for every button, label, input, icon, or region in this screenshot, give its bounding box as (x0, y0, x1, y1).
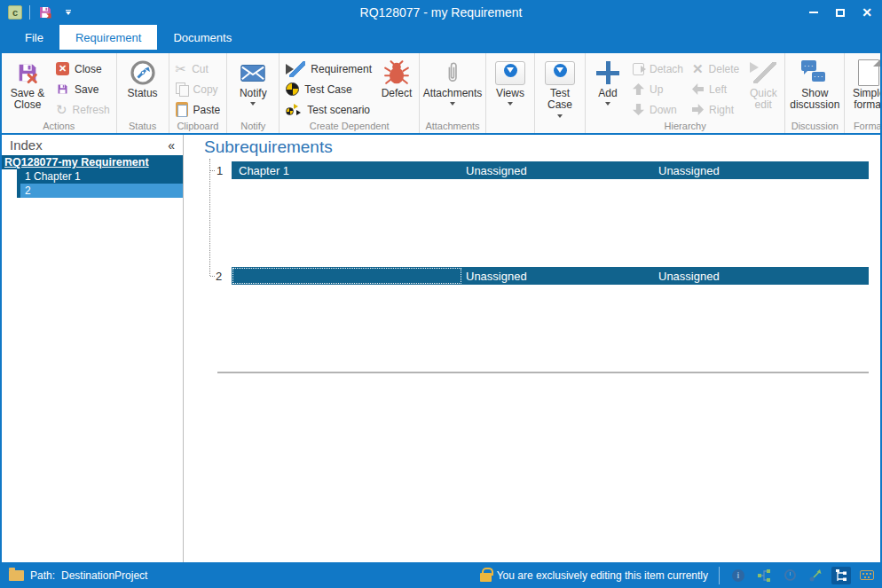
down-button: Down (628, 99, 688, 120)
sidebar-collapse-icon[interactable]: « (168, 138, 175, 153)
left-button: Left (688, 79, 744, 99)
test-scenario-icon (286, 104, 302, 116)
tree-item-2[interactable]: 2 (17, 184, 183, 198)
row-2-assignee-cell[interactable]: Unassigned (462, 267, 655, 285)
right-arrow-icon (692, 104, 704, 115)
group-caption-create-dependent: Create Dependent (281, 120, 417, 133)
title-bar: c RQ128077 - my Requirement ✕ (2, 0, 880, 25)
minimize-button[interactable] (800, 2, 827, 23)
group-caption-clipboard: Clipboard (171, 120, 225, 133)
cut-button: ✂ Cut (171, 59, 225, 79)
up-button: Up (628, 79, 688, 99)
subrequirement-row-2[interactable]: Unassigned Unassigned (232, 267, 869, 285)
tab-file[interactable]: File (9, 25, 59, 50)
notify-dropdown-icon (250, 102, 256, 106)
group-caption-views (488, 130, 532, 133)
ribbon-group-actions: Save & Close ✕ Close Save (2, 53, 117, 133)
ribbon-group-create-dependent: Requirement Test Case Test scenario (280, 53, 420, 133)
history-icon[interactable] (780, 567, 799, 584)
subrequirement-row-1[interactable]: Chapter 1 Unassigned Unassigned (232, 161, 869, 179)
maximize-button[interactable] (827, 2, 854, 23)
save-button[interactable]: Save (51, 79, 114, 99)
row-1-number: 1 (217, 164, 223, 177)
minimize-icon (809, 12, 818, 13)
hierarchy-view-icon[interactable] (831, 567, 851, 584)
row-2-title-cell[interactable] (232, 267, 462, 285)
cut-icon: ✂ (176, 62, 187, 75)
list-end-divider (217, 372, 869, 373)
close-icon: ✕ (862, 6, 872, 19)
left-arrow-icon (692, 83, 704, 95)
info-icon[interactable]: i (728, 567, 748, 584)
status-compass-icon (130, 58, 156, 88)
create-defect-button[interactable]: Defect (376, 55, 417, 99)
relations-icon[interactable] (806, 567, 825, 584)
row-1-title-cell[interactable]: Chapter 1 (232, 161, 462, 179)
row-1-assignee-cell[interactable]: Unassigned (462, 161, 655, 179)
app-icon[interactable]: c (8, 5, 22, 20)
create-test-scenario-button[interactable]: Test scenario (281, 99, 376, 120)
group-caption-discussion: Discussion (787, 120, 842, 133)
paperclip-icon (445, 58, 461, 88)
attachments-dropdown-icon (450, 102, 455, 106)
copy-button: Copy (171, 79, 225, 99)
test-case-icon (286, 82, 299, 96)
close-button[interactable]: ✕ Close (51, 59, 114, 79)
close-window-button[interactable]: ✕ (854, 2, 880, 23)
detach-button: Detach (628, 59, 688, 79)
detach-icon (633, 63, 644, 75)
ribbon-group-hierarchy: Add Detach Up Down (586, 53, 785, 133)
status-bar: Path: DestinationProject You are exclusi… (2, 562, 880, 588)
add-button[interactable]: Add (587, 55, 628, 106)
create-requirement-button[interactable]: Requirement (281, 59, 376, 79)
create-test-case-button[interactable]: Test Case (281, 79, 376, 99)
show-discussion-button[interactable]: ··· ··· Show discussion (787, 55, 842, 112)
row-2-number: 2 (216, 270, 222, 283)
requirement-pen-icon (286, 62, 305, 76)
tree-connector-line (209, 159, 210, 276)
envelope-icon (240, 58, 265, 88)
window-title: RQ128077 - my Requirement (2, 5, 880, 20)
group-caption-test-case (537, 130, 583, 133)
refresh-icon: ↻ (56, 103, 67, 116)
tab-documents[interactable]: Documents (157, 25, 248, 50)
statusbar-divider (719, 567, 720, 584)
copy-icon (176, 82, 188, 96)
views-icon (495, 61, 525, 85)
right-button: Right (688, 99, 744, 120)
simple-format-button[interactable]: Simple format (847, 55, 880, 112)
tab-requirement[interactable]: Requirement (59, 25, 157, 50)
ribbon-group-test-case: Test Case (535, 53, 586, 133)
subrequirements-heading: Subrequirements (204, 137, 333, 157)
tree-stub-2 (210, 276, 215, 277)
views-button[interactable]: Views (488, 55, 532, 106)
ribbon-group-attachments: Attachments Attachments (420, 53, 486, 133)
attachments-button[interactable]: Attachments (421, 55, 484, 106)
test-case-button[interactable]: Test Case (537, 55, 583, 118)
test-case-views-icon (545, 61, 575, 85)
ribbon-group-discussion: ··· ··· Show discussion Discussion (785, 53, 845, 133)
views-dropdown-icon (508, 102, 513, 106)
keyboard-icon[interactable] (857, 567, 877, 584)
ribbon-group-format: Simple format Format (845, 53, 880, 133)
save-and-close-button[interactable]: Save & Close (4, 55, 51, 112)
ribbon-group-notify: Notify Notify (227, 53, 280, 133)
row-1-status-cell[interactable]: Unassigned (655, 161, 869, 179)
tree-item-chapter-1[interactable]: 1 Chapter 1 (17, 169, 183, 184)
save-close-icon (15, 58, 40, 88)
status-button[interactable]: Status (119, 55, 167, 99)
close-red-icon: ✕ (56, 62, 69, 75)
quick-save-icon[interactable] (37, 4, 53, 20)
row-2-status-cell[interactable]: Unassigned (655, 267, 869, 285)
paste-icon (176, 102, 188, 117)
group-caption-status: Status (119, 120, 167, 133)
tree-structure-icon[interactable] (754, 567, 774, 584)
quick-access-dropdown-icon[interactable] (66, 10, 71, 15)
group-caption-hierarchy: Hierarchy (587, 120, 783, 133)
notify-button[interactable]: Notify (229, 55, 277, 106)
save-icon (56, 82, 69, 96)
paste-button[interactable]: Paste (171, 99, 225, 120)
tree-item-root[interactable]: RQ128077-my Requirement (2, 155, 183, 169)
group-caption-format: Format (847, 120, 880, 133)
path-label: Path: (30, 569, 55, 582)
